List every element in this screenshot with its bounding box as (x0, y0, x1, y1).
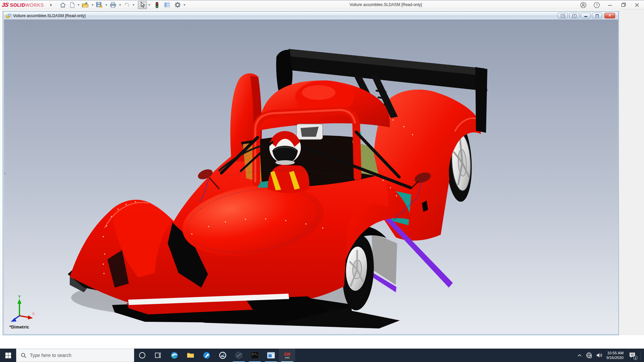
wing-endplate-right (475, 67, 487, 133)
account-button[interactable] (579, 1, 588, 9)
taskbar-item-file-explorer[interactable] (182, 349, 199, 362)
undo-icon (123, 2, 130, 8)
tray-clock[interactable]: 10:55 AM 9/16/2020 (606, 351, 624, 360)
assembly-icon (6, 13, 12, 18)
axis-y-label: Y (18, 295, 21, 299)
select-cursor-icon (140, 2, 145, 8)
help-button[interactable]: ? (592, 1, 601, 9)
pane-right-icon (572, 14, 577, 17)
menu-flyout-arrow-icon[interactable] (50, 4, 52, 6)
save-dropdown[interactable] (105, 4, 107, 6)
taskbar-item-photos[interactable] (215, 349, 231, 362)
options-button[interactable] (173, 1, 182, 9)
minimize-button[interactable] (606, 1, 614, 9)
notification-count-badge: 2 (633, 356, 638, 360)
new-document-icon (69, 2, 75, 8)
cortana-icon (139, 352, 146, 359)
home-button[interactable] (58, 1, 67, 9)
print-icon (110, 2, 116, 8)
tray-notifications-button[interactable]: 2 (629, 352, 636, 359)
mdi-area: Voiture assomblee.SLDASM [Read-only] (0, 9, 644, 349)
tray-network-button[interactable] (586, 352, 592, 359)
document-window: Voiture assomblee.SLDASM [Read-only] (3, 11, 619, 335)
graphics-viewport[interactable]: Y X *Dimetric › (4, 19, 618, 334)
document-minimize-button[interactable] (581, 13, 591, 18)
mdi-right-margin (619, 9, 644, 349)
home-icon (60, 2, 66, 8)
taskbar-item-solidworks[interactable]: SW 2020 (279, 349, 295, 362)
orientation-triad: Y X (9, 295, 36, 323)
pane-collapse-left-button[interactable] (558, 13, 568, 18)
close-icon (635, 3, 639, 7)
featuremanager-expand-icon[interactable]: › (4, 171, 5, 175)
display-report-button[interactable] (163, 1, 171, 9)
open-button[interactable] (80, 1, 90, 9)
svg-text:C:\_: C:\_ (252, 353, 258, 356)
options-dropdown[interactable] (183, 4, 185, 6)
show-desktop-divider[interactable] (640, 351, 641, 360)
file-explorer-icon (186, 351, 195, 359)
open-dropdown[interactable] (92, 4, 94, 6)
taskbar-item-settings-tool[interactable] (199, 349, 215, 362)
windows-logo-icon (5, 353, 11, 358)
volume-icon (596, 352, 603, 358)
tray-time: 10:55 AM (606, 351, 624, 355)
undo-button[interactable] (122, 1, 131, 9)
car-3d-model[interactable] (4, 19, 618, 334)
tray-date: 9/16/2020 (606, 355, 624, 360)
new-document-dropdown[interactable] (77, 4, 79, 6)
solidworks-taskbar-icon: SW 2020 (284, 352, 290, 359)
print-button[interactable] (108, 1, 118, 9)
restore-icon (621, 2, 626, 7)
start-button[interactable] (0, 349, 16, 362)
save-icon (96, 2, 103, 8)
save-button[interactable] (95, 1, 104, 9)
help-icon: ? (593, 2, 600, 8)
restore-button[interactable] (619, 1, 628, 9)
traffic-light-button[interactable] (154, 1, 160, 9)
taskbar-item-window-app[interactable] (263, 349, 279, 362)
tray-volume-button[interactable] (596, 352, 603, 358)
select-tool-dropdown[interactable] (148, 4, 150, 6)
photos-icon (219, 351, 227, 359)
view-orientation-label: *Dimetric (9, 324, 29, 329)
display-report-icon (164, 2, 170, 8)
taskbar-item-edge[interactable] (166, 349, 182, 362)
document-close-button[interactable]: ✕ (604, 13, 615, 18)
tray-chevron-button[interactable] (577, 354, 582, 357)
taskbar-item-cortana[interactable] (134, 349, 150, 362)
chevron-up-icon (577, 354, 582, 357)
search-icon (21, 353, 26, 358)
network-globe-icon (586, 352, 592, 359)
edge-icon (170, 351, 178, 359)
select-tool-button[interactable] (138, 1, 147, 9)
wrench-tool-icon (203, 351, 211, 359)
minimize-icon (608, 3, 612, 7)
window-app-icon (267, 352, 275, 359)
undo-dropdown[interactable] (132, 4, 135, 6)
svg-text:?: ? (596, 3, 598, 7)
logo-text-light: WORKS (25, 2, 44, 8)
account-icon (580, 2, 587, 8)
taskbar-search-input[interactable]: Type here to search (16, 349, 134, 362)
taskbar-item-hexagon-app[interactable] (231, 349, 247, 362)
document-titlebar[interactable]: Voiture assomblee.SLDASM [Read-only] (4, 12, 618, 19)
new-document-button[interactable] (68, 1, 76, 9)
close-glyph: ✕ (608, 14, 611, 17)
minimize-glyph (584, 16, 587, 17)
hexagon-app-icon (235, 351, 243, 359)
app-titlebar: 3S SOLID WORKS (0, 0, 644, 9)
search-placeholder: Type here to search (30, 353, 71, 358)
solidworks-logo[interactable]: 3S SOLID WORKS (2, 2, 44, 8)
close-button[interactable] (633, 1, 641, 9)
pane-collapse-right-button[interactable] (569, 13, 579, 18)
command-prompt-icon: C:\_ (251, 352, 259, 359)
taskbar-item-task-view[interactable] (150, 349, 166, 362)
document-restore-button[interactable] (592, 13, 602, 18)
pane-left-icon (561, 14, 565, 17)
document-title: Voiture assomblee.SLDASM [Read-only] (13, 13, 86, 18)
task-view-icon (155, 352, 162, 359)
taskbar-item-command-prompt[interactable]: C:\_ (247, 349, 263, 362)
gear-icon (174, 2, 181, 8)
print-dropdown[interactable] (119, 4, 121, 6)
